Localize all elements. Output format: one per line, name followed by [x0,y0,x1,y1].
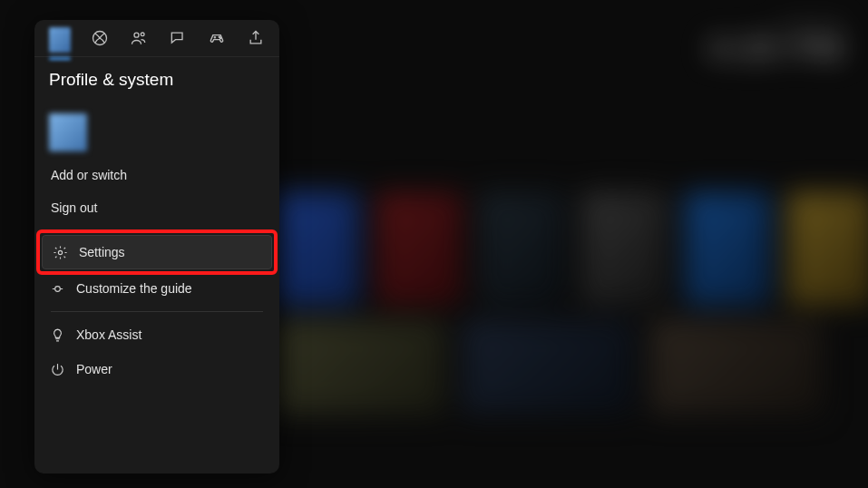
tab-people[interactable] [130,29,149,51]
dashboard-tile [274,319,445,415]
tab-profile[interactable] [49,29,71,51]
dashboard-tile [685,191,771,306]
menu-label: Power [76,362,112,376]
svg-point-4 [219,37,220,38]
menu-divider [51,311,263,312]
panel-title: Profile & system [34,57,279,97]
menu-label: Xbox Assist [76,327,141,342]
xbox-logo-icon [91,29,109,51]
tab-xbox[interactable] [91,29,110,51]
menu-customize-guide[interactable]: Customize the guide [36,271,278,306]
guide-tabs [34,20,279,57]
dashboard-tile [788,191,868,306]
svg-point-5 [58,250,62,254]
settings-gear-icon [52,244,68,260]
dashboard-tile [479,191,565,306]
menu-power[interactable]: Power [36,352,278,386]
share-icon [247,29,265,51]
menu-sign-out[interactable]: Sign out [36,191,278,224]
guide-panel: Profile & system Add or switch Sign out … [34,20,279,473]
menu: Add or switch Sign out Settings Customiz… [34,159,279,386]
menu-settings[interactable]: Settings [42,235,272,269]
menu-label: Settings [79,245,125,259]
dashboard-row-1 [274,191,868,306]
svg-point-6 [54,286,60,291]
dashboard-tile [376,191,462,306]
tab-share[interactable] [246,29,265,51]
people-icon [130,29,148,51]
profile-avatar[interactable] [49,113,87,151]
dashboard-tile [462,319,633,415]
avatar-icon [49,27,71,53]
clock-time: 4:20 PM [708,32,844,64]
controller-icon [208,29,226,51]
dashboard-tile [274,191,359,306]
lightbulb-icon [49,327,65,343]
menu-label: Add or switch [51,168,127,182]
dashboard-tile [650,319,822,415]
menu-label: Sign out [51,200,97,215]
clock-block: ● ● ● ● 4:20 PM [708,15,844,64]
svg-point-2 [141,33,145,36]
dashboard-tile [582,191,668,306]
chat-icon [169,29,187,51]
tab-chat[interactable] [169,29,188,51]
status-icons: ● ● ● ● [708,15,844,28]
customize-icon [49,280,65,297]
svg-point-1 [134,33,139,37]
dashboard-row-2 [274,319,823,415]
menu-add-or-switch[interactable]: Add or switch [36,159,278,191]
power-icon [49,361,65,377]
menu-label: Customize the guide [76,281,192,296]
menu-xbox-assist[interactable]: Xbox Assist [36,317,278,352]
tab-games[interactable] [207,29,226,51]
